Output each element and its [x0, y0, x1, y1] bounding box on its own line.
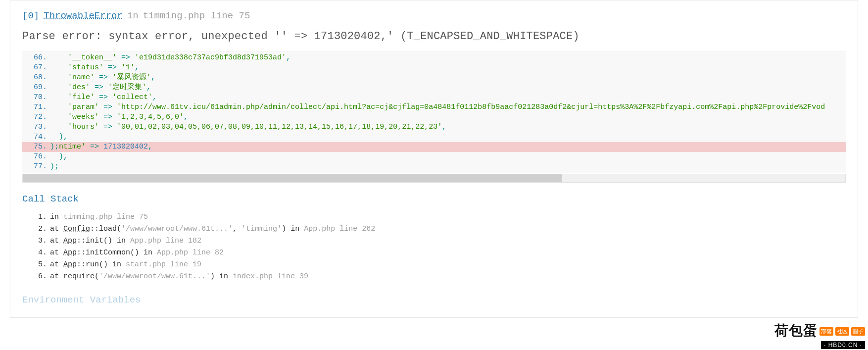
- callstack-item: 5at App::run() in start.php line 19: [22, 259, 846, 271]
- code-content: 'status' => '1',: [50, 63, 139, 73]
- source-line: 72 'weeks' => '1,2,3,4,5,6,0',: [22, 112, 846, 122]
- source-line: 74 ),: [22, 132, 846, 142]
- callstack-number: 3: [22, 236, 50, 247]
- code-content: );ntime' => 1713020402,: [50, 142, 152, 152]
- code-content: 'param' => 'http://www.61tv.icu/61admin.…: [50, 102, 825, 112]
- horizontal-scrollbar[interactable]: ◂: [22, 174, 846, 183]
- exception-class[interactable]: ThrowableError: [44, 10, 123, 21]
- line-number: 69: [22, 83, 50, 93]
- code-content: ),: [50, 152, 68, 162]
- code-content: 'weeks' => '1,2,3,4,5,6,0',: [50, 112, 188, 122]
- callstack-body: at App::run() in start.php line 19: [50, 259, 201, 270]
- source-line: 70 'file' => 'collect',: [22, 93, 846, 102]
- exception-file: timming.php line 75: [143, 10, 250, 21]
- source-code-block: 66 '__token__' => 'e19d31de338c737ac9bf3…: [22, 51, 846, 173]
- exception-index: [0]: [22, 10, 39, 21]
- line-number: 76: [22, 152, 50, 162]
- callstack-body: in timming.php line 75: [50, 212, 148, 223]
- line-number: 66: [22, 53, 50, 63]
- line-number: 70: [22, 93, 50, 102]
- callstack-body: at Config::load('/www/wwwroot/www.61t...…: [50, 224, 375, 235]
- line-number: 77: [22, 162, 50, 172]
- callstack-number: 2: [22, 224, 50, 235]
- callstack-number: 6: [22, 271, 50, 282]
- exception-in-word: in: [127, 10, 139, 21]
- code-content: 'des' => '定时采集',: [50, 83, 151, 93]
- code-content: ),: [50, 132, 68, 142]
- exception-header: [0] ThrowableError in timming.php line 7…: [22, 10, 846, 21]
- line-number: 68: [22, 73, 50, 83]
- callstack-item: 4at App::initCommon() in App.php line 82: [22, 247, 846, 259]
- source-line: 66 '__token__' => 'e19d31de338c737ac9bf3…: [22, 53, 846, 63]
- callstack-item: 2at Config::load('/www/wwwroot/www.61t..…: [22, 223, 846, 235]
- source-line: 67 'status' => '1',: [22, 63, 846, 73]
- code-content: );: [50, 162, 59, 172]
- callstack-list: 1in timming.php line 752at Config::load(…: [22, 211, 846, 283]
- environment-variables-title: Environment Variables: [22, 295, 846, 305]
- source-line: 71 'param' => 'http://www.61tv.icu/61adm…: [22, 102, 846, 112]
- callstack-item: 3at App::init() in App.php line 182: [22, 235, 846, 247]
- code-content: 'file' => 'collect',: [50, 93, 157, 102]
- source-line: 75);ntime' => 1713020402,: [22, 142, 846, 152]
- source-line: 73 'hours' => '00,01,02,03,04,05,06,07,0…: [22, 122, 846, 132]
- line-number: 73: [22, 122, 50, 132]
- callstack-body: at require('/www/wwwroot/www.61t...') in…: [50, 271, 308, 282]
- source-line: 69 'des' => '定时采集',: [22, 83, 846, 93]
- callstack-number: 4: [22, 248, 50, 258]
- callstack-title: Call Stack: [22, 194, 846, 204]
- source-line: 76 ),: [22, 152, 846, 162]
- callstack-item: 6at require('/www/wwwroot/www.61t...') i…: [22, 271, 846, 283]
- code-content: '__token__' => 'e19d31de338c737ac9bf3d8d…: [50, 53, 290, 63]
- scrollbar-thumb[interactable]: [23, 174, 562, 182]
- callstack-number: 5: [22, 259, 50, 270]
- line-number: 67: [22, 63, 50, 73]
- callstack-body: at App::init() in App.php line 182: [50, 236, 201, 247]
- error-message: Parse error: syntax error, unexpected ''…: [22, 30, 846, 43]
- line-number: 74: [22, 132, 50, 142]
- callstack-item: 1in timming.php line 75: [22, 211, 846, 223]
- line-number: 75: [22, 142, 50, 152]
- code-content: 'hours' => '00,01,02,03,04,05,06,07,08,0…: [50, 122, 446, 132]
- source-line: 68 'name' => '暴风资源',: [22, 73, 846, 83]
- callstack-body: at App::initCommon() in App.php line 82: [50, 248, 224, 258]
- line-number: 72: [22, 112, 50, 122]
- source-line: 77);: [22, 162, 846, 172]
- callstack-number: 1: [22, 212, 50, 223]
- line-number: 71: [22, 102, 50, 112]
- code-content: 'name' => '暴风资源',: [50, 73, 155, 83]
